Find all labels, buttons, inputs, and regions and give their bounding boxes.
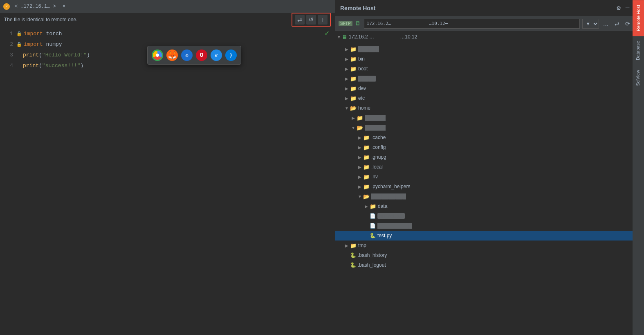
folder-icon-pycharm: 📁 [363, 184, 370, 190]
kw-paren-1: ( [39, 50, 42, 61]
tree-item-boot[interactable]: ▶ 📁 boot [335, 64, 644, 74]
chevron-local: ▶ [357, 164, 363, 170]
tree-item-tmp[interactable]: ▶ 📁 tmp [335, 241, 644, 250]
tree-item-config[interactable]: ▶ 📁 .config [335, 142, 644, 152]
sftp-refresh-button[interactable]: ⟳ [624, 20, 632, 28]
item-label-blurred2: █████ [358, 76, 376, 81]
chevron-home-blurred2: ▼ [350, 124, 357, 131]
chevron-tmp: ▶ [343, 242, 350, 249]
item-label-tmp: tmp [358, 243, 366, 248]
tree-item-bin[interactable]: ▶ 📁 bin [335, 54, 644, 64]
chevron-blurred1: ▶ [343, 46, 350, 52]
chevron-cache: ▶ [357, 134, 363, 141]
line-numbers: 1 2 3 4 [0, 28, 16, 333]
chevron-dev: ▶ [343, 85, 350, 92]
code-lines[interactable]: 🔒 import torch 🔒 import numpy print ( "H… [16, 28, 335, 333]
connection-dropdown[interactable]: ▼ [582, 19, 599, 29]
sync-toolbar: ⇄ ↺ ↑ [292, 13, 331, 27]
sftp-split-button[interactable]: ⇄ [613, 20, 621, 28]
item-label-gnupg: .gnupg [371, 154, 386, 160]
file-icon-bash-history: 🐍 [350, 252, 356, 258]
root-server-icon: 🖥 [342, 34, 347, 40]
tree-item-project-blurred[interactable]: ▼ 📂 ██████████ [335, 191, 644, 201]
side-tabs: Remote Host Database SciView [633, 0, 644, 335]
item-label-home-blurred2: ██████ [365, 125, 386, 130]
code-line-1[interactable]: 🔒 import torch [16, 29, 335, 39]
kw-print-2: print [23, 61, 39, 71]
tree-item-home[interactable]: ▼ 📂 home [335, 103, 644, 113]
file-identical-checkmark: ✓ [325, 29, 329, 38]
side-tab-remote-host[interactable]: Remote Host [633, 0, 644, 36]
folder-icon-gnupg: 📁 [363, 154, 370, 160]
ie-icon[interactable]: e [211, 49, 222, 61]
tree-item-home-blurred2[interactable]: ▼ 📂 ██████ [335, 123, 644, 133]
tree-item-nv[interactable]: ▶ 📁 .nv [335, 172, 644, 182]
item-label-home: home [358, 105, 370, 111]
tab-icon: P [3, 3, 10, 10]
tree-item-ifcn[interactable]: ▶ 📄 ifcn_net.pt… [335, 211, 644, 221]
tab-close-button[interactable]: × [61, 3, 67, 10]
status-message: The file is identical to remote one. [4, 17, 77, 22]
tree-item-cache[interactable]: ▶ 📁 .cache [335, 133, 644, 142]
remote-panel: Remote Host ⚙ ─ × SFTP 🖥 ▼ … ⇄ ⟳ × ▼ 🖥 1… [335, 0, 644, 335]
tree-root[interactable]: ▼ 🖥 172.16.2 … …10.12─ [335, 31, 644, 43]
chrome-icon[interactable] [152, 49, 163, 61]
upload-button[interactable]: ↑ [318, 15, 328, 25]
item-label-cache: .cache [371, 135, 386, 140]
tree-item-data[interactable]: ▶ 📁 data [335, 201, 644, 211]
tree-item-dev[interactable]: ▶ 📁 dev [335, 83, 644, 93]
code-area: 1 2 3 4 🔒 import torch 🔒 import numpy [0, 26, 335, 335]
sftp-root-icon: 🖥 [355, 20, 361, 27]
sftp-bar: SFTP 🖥 ▼ … ⇄ ⟳ × [335, 16, 644, 31]
kw-import-2: import [24, 39, 43, 50]
python-file-icon-testpy: 🐍 [370, 233, 376, 238]
side-tab-sciview[interactable]: SciView [633, 65, 644, 91]
tree-item-local[interactable]: ▶ 📁 .local [335, 162, 644, 172]
root-label: 172.16.2 … …10.12─ [349, 34, 421, 40]
tree-item-blurred2[interactable]: ▶ 📁 █████ [335, 74, 644, 83]
tree-item-gnupg[interactable]: ▶ 📁 .gnupg [335, 152, 644, 162]
remote-panel-title: Remote Host [340, 5, 375, 11]
kw-import-1: import [24, 29, 43, 39]
chevron-config: ▶ [357, 144, 363, 151]
undo-button[interactable]: ↺ [306, 15, 316, 25]
chevron-data: ▶ [363, 203, 370, 209]
minimize-button[interactable]: ─ [625, 4, 631, 13]
tree-item-home-blurred1[interactable]: ▶ 📁 ██████ [335, 113, 644, 123]
sync-button[interactable]: ⇄ [295, 15, 305, 25]
tree-item-bash-logout[interactable]: ▶ 🐍 .bash_logout [335, 260, 644, 270]
tree-item-blurred1[interactable]: ▶ 📁 ██████ [335, 44, 644, 54]
item-label-ifcn: ifcn_net.pt… [377, 213, 405, 219]
tree-item-pycharm[interactable]: ▶ 📁 .pycharm_helpers [335, 182, 644, 191]
chevron-project-blurred: ▼ [357, 193, 363, 200]
edge-icon[interactable]: ⟩ [225, 49, 237, 61]
folder-icon-nv: 📁 [363, 174, 370, 180]
safari-icon[interactable]: ◎ [181, 49, 193, 61]
sftp-path-input[interactable] [364, 19, 580, 29]
file-icon-ifcn: 📄 [370, 213, 376, 219]
item-label-bash-history: .bash_history [358, 252, 387, 258]
tree-item-etc[interactable]: ▶ 📁 etc [335, 93, 644, 103]
firefox-icon[interactable]: 🦊 [166, 49, 178, 61]
chevron-nv: ▶ [357, 173, 363, 180]
item-label-config: .config [371, 144, 386, 150]
chevron-pycharm: ▶ [357, 183, 363, 190]
settings-button[interactable]: ⚙ [616, 3, 622, 13]
item-label-etc: etc [358, 95, 365, 101]
tab-label[interactable]: < …172.16.1… > [11, 4, 59, 9]
remote-header: Remote Host ⚙ ─ × [335, 0, 644, 16]
opera-icon[interactable]: O [196, 49, 207, 61]
kw-numpy: numpy [43, 39, 62, 50]
tree-item-testpy[interactable]: ▶ 🐍 test.py [335, 231, 644, 241]
item-label-local: .local [371, 164, 383, 170]
tree-item-file2-blurred[interactable]: ▶ 📄 ██████████ [335, 221, 644, 231]
file-tree[interactable]: ▶ 📁 ██████ ▶ 📁 bin ▶ 📁 boot ▶ 📁 █████ ▶ … [335, 43, 644, 335]
tree-item-bash-history[interactable]: ▶ 🐍 .bash_history [335, 250, 644, 260]
folder-icon-home-blurred1: 📁 [357, 115, 363, 121]
item-label-dev: dev [358, 85, 366, 91]
browser-popup: 🦊 ◎ O e ⟩ [147, 46, 241, 65]
side-tab-database[interactable]: Database [633, 36, 644, 65]
folder-icon-cache: 📁 [363, 135, 370, 141]
item-label-blurred1: ██████ [358, 46, 379, 52]
sftp-more-button[interactable]: … [601, 20, 610, 28]
